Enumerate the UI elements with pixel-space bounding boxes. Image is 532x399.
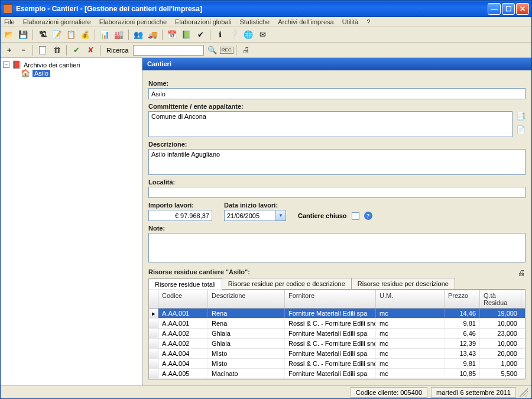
note-icon[interactable]: 📄 — [516, 126, 525, 134]
descrizione-field[interactable]: Asilo infantile Agugliano — [148, 149, 525, 175]
table-row[interactable]: A.AA.002GhiaiaForniture Materiali Edili … — [149, 329, 525, 339]
close-button[interactable]: ✕ — [516, 3, 529, 15]
cell-qta: 10,000 — [480, 339, 521, 348]
col-fornitore[interactable]: Fornitore — [285, 290, 376, 308]
cancel-icon[interactable]: ✘ — [85, 44, 96, 56]
label-note: Note: — [148, 225, 525, 232]
importo-field[interactable] — [148, 210, 212, 221]
collapse-icon[interactable]: − — [3, 61, 9, 68]
menu--[interactable]: ? — [366, 18, 370, 25]
table-row[interactable]: A.AA.004MistoForniture Materiali Edili s… — [149, 349, 525, 359]
col-codice[interactable]: Codice — [158, 290, 208, 308]
row-indicator — [149, 329, 158, 338]
menu-file[interactable]: File — [4, 18, 15, 25]
cell-prezzo: 6,46 — [445, 329, 480, 338]
menu-archivi-dell-impresa[interactable]: Archivi dell'impresa — [278, 18, 333, 25]
add-button[interactable]: ＋ — [3, 44, 15, 56]
menu-statistiche[interactable]: Statistiche — [239, 18, 270, 25]
open-folder-icon[interactable]: 📂 — [3, 29, 15, 41]
maximize-button[interactable]: ☐ — [502, 3, 515, 15]
nome-field[interactable] — [148, 88, 525, 99]
table-row[interactable]: A.AA.002GhiaiaRossi & C. - Forniture Edi… — [149, 339, 525, 349]
localita-field[interactable] — [148, 187, 525, 198]
print-risorse-icon[interactable]: 🖨 — [518, 269, 525, 277]
tab-0[interactable]: Risorse residue totali — [148, 278, 222, 290]
col-qta[interactable]: Q.tà Residua — [480, 290, 521, 308]
tab-1[interactable]: Risorse residue per codice e descrizione — [222, 278, 352, 289]
col-um[interactable]: U.M. — [376, 290, 445, 308]
truck-icon[interactable]: 🚚 — [147, 29, 158, 41]
check-icon[interactable]: ✔ — [194, 29, 206, 41]
print-icon[interactable]: 🖨 — [240, 44, 252, 56]
delete-icon[interactable]: 🗑 — [51, 44, 63, 56]
tab-2[interactable]: Risorse residue per descrizione — [351, 278, 455, 289]
info-icon[interactable]: ℹ — [214, 29, 226, 41]
new-doc-icon[interactable] — [37, 44, 48, 56]
list-icon[interactable]: 📋 — [65, 29, 77, 41]
toolbar-main: 📂 💾 🏗 📝 📋 💰 📊 🏭 👥 🚚 📅 📗 ✔ ℹ ❔ 🌐 ✉ — [1, 27, 531, 43]
menu-utilit-[interactable]: Utilità — [342, 18, 359, 25]
tabs-risorse: Risorse residue totaliRisorse residue pe… — [148, 278, 525, 290]
calendar-icon[interactable]: 📅 — [166, 29, 178, 41]
label-nome: Nome: — [148, 80, 525, 87]
cell-prezzo: 9,81 — [445, 319, 480, 328]
resize-grip[interactable] — [520, 388, 528, 397]
committente-field[interactable]: Comune di Ancona — [148, 111, 512, 137]
date-dropdown-button[interactable]: ▼ — [276, 210, 286, 221]
factory-icon[interactable]: 🏭 — [113, 29, 125, 41]
table-row[interactable]: A.AA.004MistoRossi & C. - Forniture Edil… — [149, 359, 525, 369]
search-input[interactable] — [133, 45, 204, 56]
help-tooltip-icon[interactable]: ? — [364, 212, 372, 220]
cell-qta: 19,000 — [480, 309, 521, 318]
copy-icon[interactable]: 📑 — [516, 112, 525, 120]
col-prezzo[interactable]: Prezzo — [445, 290, 480, 308]
grid-corner — [149, 290, 158, 308]
table-row[interactable]: A.AA.005MacinatoForniture Materiali Edil… — [149, 369, 525, 379]
table-row[interactable]: ▸A.AA.001RenaForniture Materiali Edili s… — [149, 309, 525, 319]
cell-codice: A.AA.001 — [158, 309, 208, 318]
note-field[interactable] — [148, 233, 525, 262]
cell-fornitore: Rossi & C. - Forniture Edili snc — [285, 359, 376, 368]
cell-prezzo: 14,46 — [445, 309, 480, 318]
label-data-inizio: Data inizio lavori: — [224, 202, 286, 209]
cell-codice: A.AA.004 — [158, 349, 208, 358]
cell-fornitore: Forniture Materiali Edili spa — [285, 369, 376, 378]
confirm-icon[interactable]: ✔ — [70, 44, 82, 56]
cell-descrizione: Rena — [208, 319, 285, 328]
home-icon[interactable]: 🌐 — [242, 29, 254, 41]
cell-descrizione: Ghiaia — [208, 329, 285, 338]
site-icon[interactable]: 🏗 — [37, 29, 48, 41]
menu-elaborazioni-periodiche[interactable]: Elaborazioni periodiche — [99, 18, 167, 25]
save-icon[interactable]: 💾 — [17, 29, 29, 41]
col-descrizione[interactable]: Descrizione — [208, 290, 285, 308]
search-icon[interactable]: 🔍 — [206, 44, 218, 56]
edit-icon[interactable]: 📝 — [51, 29, 63, 41]
cell-codice: A.AA.005 — [158, 369, 208, 378]
help-icon[interactable]: ❔ — [228, 29, 240, 41]
money-icon[interactable]: 💰 — [79, 29, 91, 41]
book-icon[interactable]: 📗 — [180, 29, 192, 41]
label-committente: Committente / ente appaltante: — [148, 103, 525, 110]
row-indicator — [149, 339, 158, 348]
chiuso-checkbox[interactable] — [352, 212, 359, 220]
menu-elaborazioni-globali[interactable]: Elaborazioni globali — [175, 18, 231, 25]
remove-button[interactable]: － — [17, 44, 29, 56]
search-label: Ricerca — [106, 47, 128, 54]
cell-fornitore: Rossi & C. - Forniture Edili snc — [285, 319, 376, 328]
cell-um: mc — [376, 349, 445, 358]
title-bar: Esempio - Cantieri - [Gestione dei canti… — [1, 1, 531, 17]
tree-root[interactable]: − 📕 Archivio dei cantieri — [2, 60, 141, 69]
chart-icon[interactable]: 📊 — [99, 29, 111, 41]
menu-elaborazioni-giornaliere[interactable]: Elaborazioni giornaliere — [23, 18, 91, 25]
users-icon[interactable]: 👥 — [132, 29, 144, 41]
tree-item-asilo[interactable]: 🏠 Asilo — [21, 69, 141, 77]
minimize-button[interactable]: — — [488, 3, 501, 15]
data-inizio-field[interactable] — [224, 210, 276, 221]
table-row[interactable]: A.AA.001RenaRossi & C. - Forniture Edili… — [149, 319, 525, 329]
mail-icon[interactable]: ✉ — [257, 29, 268, 41]
row-indicator — [149, 319, 158, 328]
cell-descrizione: Rena — [208, 309, 285, 318]
rec-icon[interactable]: REC — [220, 44, 232, 56]
cell-qta: 23,000 — [480, 329, 521, 338]
tree-panel: − 📕 Archivio dei cantieri 🏠 Asilo — [1, 58, 142, 385]
